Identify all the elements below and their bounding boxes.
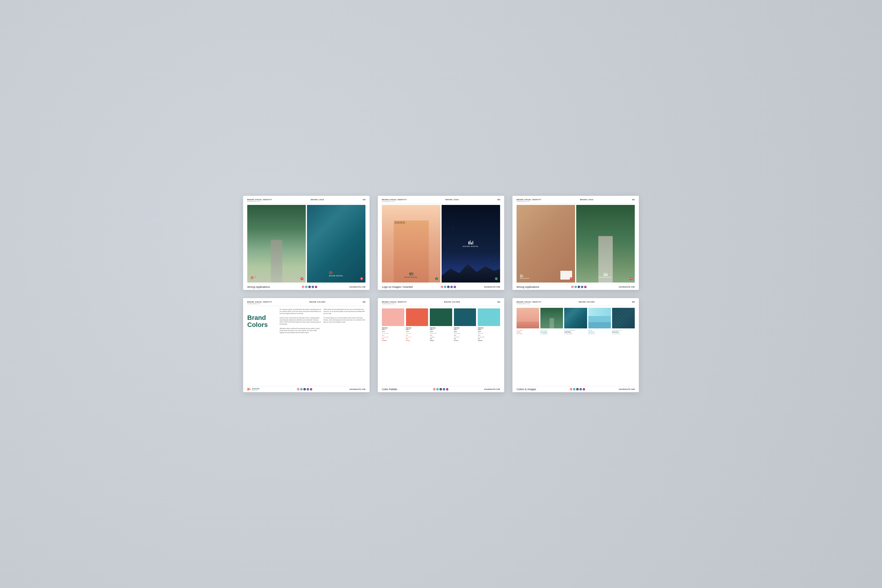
facebook-icon-023[interactable]: f [443,388,445,390]
slide-021-header-left: BRAND VISUAL IDENTITY GUIDELINES V.01 [516,199,542,202]
slide-024-footer-title: Colors & Images [516,388,536,391]
slide-022-header: BRAND VISUAL IDENTITY GUIDELINES V.01 BR… [243,298,369,306]
slide-022-website: AVAONHAUTE.COM [349,388,366,390]
check-020-1: ✓ [435,277,438,280]
col-precious-kw1: EXCLUSIVE [540,332,563,333]
instagram2-icon-023[interactable]: 📷 [446,388,448,390]
slide-021-section: BRAND LOGO [580,199,594,201]
col-calm-kw2: RELAXING [588,333,611,334]
col-calm-kw1: PEACEFUL [588,332,611,333]
instagram2-icon-022[interactable]: 📷 [310,388,312,390]
slide-019-img-2: AVAON HAUTE. ✕ [307,205,366,282]
twitter-icon-023[interactable]: 𝕏 [436,388,439,390]
brand-label-020: BRAND VISUAL IDENTITY [382,199,407,201]
slide-019-social: ▶ 𝕏 ◎ f 📷 [302,286,317,288]
swatch-coral-pantone: PANTONE2344 C [406,327,412,330]
slide-020-header: BRAND VISUAL IDENTITY GUIDELINES V.01 BR… [378,196,504,204]
slide-020-number: 020 [498,199,500,201]
colors-images-grid-024: ELEGANT PURITY NATURAL PRECIOUS EXCLUSIV… [513,306,639,386]
avaon-logo-022: AVAON HAUTE. [247,388,260,391]
col-calm: CALM PEACEFUL RELAXING [588,308,611,384]
youtube-icon-021[interactable]: ▶ [571,286,574,288]
swatch-lightteal-values: CMYK 44, 0, 15, 0 RGB 137, 210, 218 HEX … [478,331,484,342]
slide-019-footer-title: Wrong Applications [247,285,270,288]
youtube-icon-024[interactable]: ▶ [570,388,572,390]
swatch-coral-values: CMYK 0, 68, 60, 0 RGB 243, 117, 97 HEX #… [406,331,412,342]
swatch-darkteal-block [454,308,476,326]
slide-023-section: BRAND COLORS [444,301,460,303]
guidelines-label-023: GUIDELINES V.01 [382,303,407,304]
guidelines-label-022: GUIDELINES V.01 [247,303,272,304]
slide-019: BRAND VISUAL IDENTITY GUIDELINES V.01 BR… [243,196,369,290]
col-precious: PRECIOUS EXCLUSIVE DYNAMISM [540,308,563,384]
slide-021-social: ▶ 𝕏 ◎ f 📷 [571,286,586,288]
instagram2-icon-021[interactable]: 📷 [584,286,586,288]
col-elegant: ELEGANT PURITY NATURAL [516,308,539,384]
swatch-coral: PANTONE2344 C CMYK 0, 68, 60, 0 RGB 243,… [406,308,428,342]
facebook-icon-022[interactable]: f [307,388,309,390]
slide-020-footer: Logo on Images / Inverted ▶ 𝕏 ◎ f 📷 AVAO… [378,284,504,290]
swatch-darkgreen: PANTONE2181 C CMYK 81, 42, 77, 37 RGB 43… [430,308,452,342]
col-calm-block [588,308,611,328]
brand-colors-text-2: Please select the most appropriate color… [323,308,366,385]
brand-label-024: BRAND VISUAL IDENTITY [516,301,542,303]
twitter-icon-021[interactable]: 𝕏 [574,286,577,288]
slide-024-footer: Colors & Images ▶ 𝕏 ◎ f 📷 AVAONHAUTE.COM [513,386,639,392]
slide-020-img-1: AVAON HAUTE. ✓ [382,205,440,282]
swatch-lightteal: PANTONE2225C CMYK 44, 0, 15, 0 RGB 137, … [478,308,500,342]
slide-023-social: ▶ 𝕏 ◎ f 📷 [433,388,448,390]
youtube-icon-022[interactable]: ▶ [297,388,299,390]
slide-022-footer: AVAON HAUTE. ▶ 𝕏 ◎ f 📷 AVAONHAUTE.COM [243,386,369,392]
slide-020-img-2: AVAON HAUTE. ✓ [442,205,500,282]
instagram-icon-024[interactable]: ◎ [576,388,579,390]
slide-020-footer-title: Logo on Images / Inverted [382,285,413,288]
slide-019-img-1: ✕ [247,205,306,282]
instagram-icon-023[interactable]: ◎ [440,388,442,390]
swatch-lightteal-pantone: PANTONE2225C [478,327,483,330]
instagram-icon-019[interactable]: ◎ [308,286,311,288]
slide-021-number: 021 [632,199,635,201]
twitter-icon-022[interactable]: 𝕏 [300,388,303,390]
youtube-icon-020[interactable]: ▶ [441,286,443,288]
youtube-icon-019[interactable]: ▶ [302,286,304,288]
twitter-icon-019[interactable]: 𝕏 [305,286,308,288]
slide-020-website: AVAONHAUTE.COM [484,286,500,288]
instagram-icon-020[interactable]: ◎ [447,286,450,288]
youtube-icon-023[interactable]: ▶ [433,388,435,390]
swatch-darkteal: PANTONE2181 C CMYK 91, 52, 45, 22 RGB 16… [454,308,476,342]
main-grid: BRAND VISUAL IDENTITY GUIDELINES V.01 BR… [225,178,657,410]
col-professional-kw2: CORPORATE [564,333,587,334]
wrong-x-021-1: ✕ [570,277,573,280]
slide-019-header: BRAND VISUAL IDENTITY GUIDELINES V.01 BR… [243,196,369,204]
slide-023-number: 023 [498,301,500,303]
slide-021-header: BRAND VISUAL IDENTITY GUIDELINES V.01 BR… [513,196,639,204]
brand-colors-text-area: Our company colours are professional and… [280,308,366,385]
instagram-icon-022[interactable]: ◎ [303,388,306,390]
slide-020: BRAND VISUAL IDENTITY GUIDELINES V.01 BR… [378,196,504,290]
check-020-2: ✓ [495,277,498,280]
facebook-icon-019[interactable]: f [312,286,314,288]
facebook-icon-024[interactable]: f [579,388,582,390]
instagram2-icon-024[interactable]: 📷 [583,388,585,390]
wrong-x-021-2: ✕ [630,277,632,280]
twitter-icon-020[interactable]: 𝕏 [444,286,446,288]
slide-019-section: BRAND LOGO [311,199,324,201]
slide-019-number: 019 [363,199,366,201]
facebook-icon-021[interactable]: f [581,286,583,288]
slide-023-footer: Color Palette ▶ 𝕏 ◎ f 📷 AVAONHAUTE.COM [378,386,504,392]
col-professional-label: PROFESSIONAL [564,330,587,331]
twitter-icon-024[interactable]: 𝕏 [573,388,575,390]
facebook-icon-020[interactable]: f [450,286,453,288]
instagram-icon-021[interactable]: ◎ [578,286,580,288]
slide-022-content: BrandColors Our company colours are prof… [243,306,369,386]
col-precious-kw2: DYNAMISM [540,333,563,334]
slide-024-number: 024 [632,301,635,303]
instagram2-icon-020[interactable]: 📷 [454,286,456,288]
guidelines-label-019: GUIDELINES V.01 [247,201,272,202]
brand-colors-title-col: BrandColors [247,308,277,385]
instagram2-icon-019[interactable]: 📷 [315,286,317,288]
slide-024-section: BRAND COLORS [579,301,595,303]
brand-colors-text-1: Our company colours are professional and… [280,308,322,385]
slide-021-img-1: AVAON HAUTE. ✕ [516,205,575,282]
avaon-logo-bars-022 [247,388,251,390]
